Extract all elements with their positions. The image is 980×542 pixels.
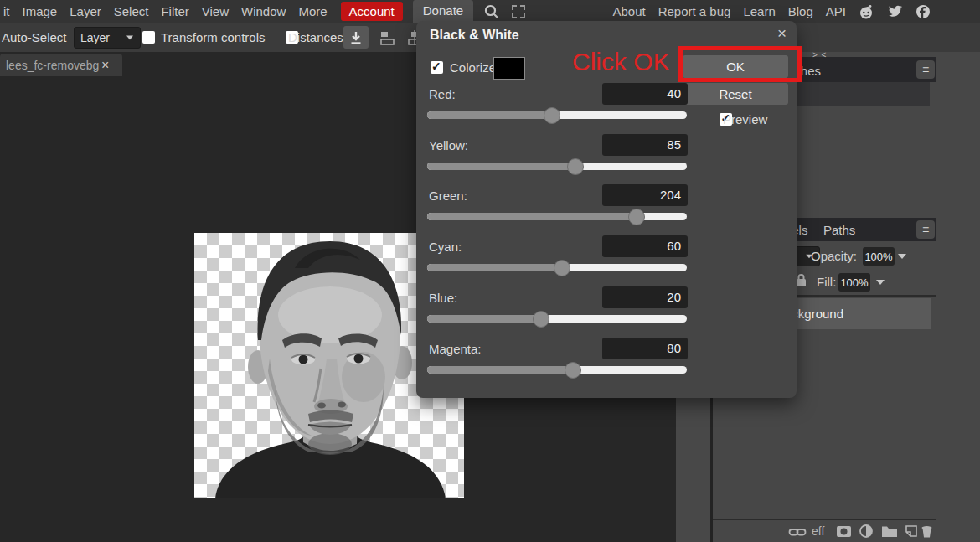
chevron-down-icon	[126, 36, 133, 40]
donate-button[interactable]: Donate	[413, 0, 473, 23]
align-left-icon[interactable]	[379, 29, 397, 46]
slider-track[interactable]	[427, 366, 687, 374]
opacity-label: Opacity:	[811, 249, 857, 263]
slider-track[interactable]	[427, 163, 687, 170]
menubar-right: About Report a bug Learn Blog API	[600, 3, 980, 20]
slider-thumb[interactable]	[554, 260, 570, 276]
slider-row-green: Green: 204	[416, 188, 797, 225]
panel-menu-icon[interactable]: ≡	[916, 60, 935, 79]
fill-chevron-icon[interactable]	[876, 280, 885, 285]
delete-layer-icon[interactable]	[918, 523, 936, 539]
account-button[interactable]: Account	[341, 2, 403, 21]
slider-thumb[interactable]	[544, 107, 560, 124]
layer-mode-dropdown[interactable]: Layer	[74, 27, 141, 49]
menu-layer[interactable]: Layer	[70, 4, 101, 18]
slider-label: Green:	[429, 188, 467, 203]
slider-label: Cyan:	[429, 240, 462, 254]
slider-label: Blue:	[429, 291, 457, 305]
slider-thumb[interactable]	[565, 362, 581, 379]
slider-thumb[interactable]	[628, 209, 645, 225]
slider-thumb[interactable]	[567, 158, 584, 175]
transform-controls-label: Transform controls	[161, 30, 265, 44]
tab-paths[interactable]: Paths	[823, 223, 855, 237]
slider-value-input[interactable]: 60	[602, 235, 688, 257]
document-tab[interactable]: lees_fc-removebg ×	[0, 54, 122, 76]
layer-mask-icon[interactable]	[835, 524, 853, 539]
annotation-highlight-rectangle	[678, 46, 802, 82]
slider-label: Yellow:	[429, 138, 468, 152]
search-icon[interactable]	[483, 3, 500, 20]
menu-window[interactable]: Window	[241, 4, 286, 18]
annotation-text: Click OK	[572, 48, 670, 76]
slider-row-cyan: Cyan: 60	[416, 240, 797, 276]
facebook-icon[interactable]	[915, 3, 931, 20]
slider-track[interactable]	[427, 213, 687, 220]
auto-select-label[interactable]: Auto-Select	[2, 30, 67, 44]
document-tab-title: lees_fc-removebg	[0, 59, 100, 72]
menu-edit[interactable]: it	[3, 4, 10, 18]
layer-mode-value: Layer	[80, 31, 110, 44]
slider-value-input[interactable]: 20	[602, 286, 688, 308]
slider-row-red: Red: 40	[416, 87, 797, 124]
new-folder-icon[interactable]	[880, 524, 899, 539]
slider-value-input[interactable]: 85	[602, 134, 688, 156]
link-blog[interactable]: Blog	[788, 4, 813, 18]
link-layers-icon[interactable]	[788, 524, 807, 539]
slider-label: Magenta:	[429, 342, 482, 356]
lock-icon[interactable]	[795, 273, 807, 287]
slider-value-input[interactable]: 204	[602, 184, 688, 206]
slider-value-input[interactable]: 80	[602, 338, 688, 359]
slider-row-yellow: Yellow: 85	[416, 138, 797, 175]
link-learn[interactable]: Learn	[743, 4, 775, 18]
new-layer-icon[interactable]	[903, 523, 920, 539]
panel-menu-icon[interactable]: ≡	[916, 220, 935, 239]
menu-image[interactable]: Image	[23, 4, 58, 18]
twitter-icon[interactable]	[886, 3, 903, 20]
slider-track[interactable]	[427, 264, 687, 271]
opacity-chevron-icon[interactable]	[898, 254, 906, 259]
slider-label: Red:	[429, 87, 456, 101]
transform-controls-checkbox[interactable]	[142, 31, 155, 44]
colorize-checkbox[interactable]	[431, 61, 443, 74]
reddit-icon[interactable]	[858, 3, 874, 20]
fullscreen-icon[interactable]	[510, 3, 527, 20]
photopea-app: it Image Layer Select Filter View Window…	[0, 0, 980, 542]
export-button[interactable]	[343, 26, 369, 49]
layer-effects-icon[interactable]: eff	[812, 524, 824, 538]
colorize-color-swatch[interactable]	[493, 57, 525, 80]
fill-label: Fill:	[817, 275, 836, 289]
link-report-a-bug[interactable]: Report a bug	[658, 4, 731, 18]
menubar: it Image Layer Select Filter View Window…	[0, 0, 980, 23]
panel-divider	[713, 519, 936, 520]
slider-row-magenta: Magenta: 80	[416, 342, 797, 379]
slider-thumb[interactable]	[533, 311, 549, 328]
slider-track[interactable]	[427, 315, 687, 323]
adjustment-layer-icon[interactable]	[858, 523, 875, 540]
dialog-title: Black & White	[430, 28, 519, 43]
download-icon	[348, 29, 364, 46]
slider-value-input[interactable]: 40	[602, 83, 688, 105]
link-about[interactable]: About	[612, 4, 645, 18]
menu-select[interactable]: Select	[114, 4, 149, 18]
slider-row-blue: Blue: 20	[416, 291, 797, 328]
distances-label: Distances	[288, 30, 343, 44]
menu-more[interactable]: More	[298, 4, 327, 18]
close-icon[interactable]: ×	[777, 24, 787, 43]
opacity-value[interactable]: 100%	[863, 247, 895, 266]
slider-track[interactable]	[427, 111, 687, 119]
close-icon[interactable]: ×	[101, 58, 109, 73]
fill-value[interactable]: 100%	[838, 273, 870, 292]
colorize-label: Colorize	[450, 60, 496, 75]
link-api[interactable]: API	[826, 4, 846, 18]
menu-filter[interactable]: Filter	[161, 4, 188, 18]
menu-view[interactable]: View	[202, 4, 229, 18]
